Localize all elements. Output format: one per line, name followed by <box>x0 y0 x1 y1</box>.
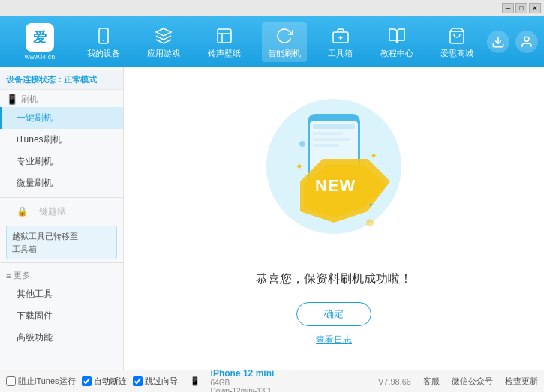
nav-icon-toolbox <box>330 25 351 46</box>
nav-icon-store <box>446 25 467 46</box>
nav-label-smart-flash: 智能刷机 <box>268 48 301 59</box>
nav-icon-smart-flash <box>274 25 295 46</box>
sidebar-item-other-tools[interactable]: 其他工具 <box>0 283 123 305</box>
nav-right <box>487 31 538 53</box>
status-label: 设备连接状态： <box>6 75 64 84</box>
svg-point-1 <box>103 40 104 41</box>
sidebar-notice: 越狱工具已转移至 工具箱 <box>6 226 117 259</box>
support-link[interactable]: 客服 <box>423 376 440 387</box>
sidebar-item-micro-flash[interactable]: 微量刷机 <box>0 172 123 194</box>
logo: 爱 www.i4.cn <box>6 23 74 61</box>
nav-label-store: 爱思商城 <box>440 48 473 59</box>
stop-itunes-checkbox[interactable] <box>6 376 16 386</box>
stop-itunes-label: 阻止iTunes运行 <box>18 376 76 387</box>
nav-item-ringtones[interactable]: 铃声壁纸 <box>202 22 247 62</box>
sidebar-item-pro-flash[interactable]: 专业刷机 <box>0 151 123 172</box>
svg-rect-16 <box>313 138 350 141</box>
minimize-btn[interactable]: ─ <box>502 3 514 13</box>
svg-rect-15 <box>313 132 343 135</box>
version-text: V7.98.66 <box>378 377 411 386</box>
confirm-label: 确定 <box>324 307 344 321</box>
svg-text:✦: ✦ <box>368 201 374 209</box>
checkbox-skip-wizard-label: 跳过向导 <box>145 376 178 387</box>
flash-section-label: 刷机 <box>21 94 38 105</box>
bottom-right: V7.98.66 客服 微信公众号 检查更新 <box>378 376 538 387</box>
sidebar-item-itunes-flash[interactable]: iTunes刷机 <box>0 129 123 151</box>
sidebar-item-advanced[interactable]: 高级功能 <box>0 327 123 349</box>
stop-itunes: 阻止iTunes运行 <box>6 376 76 387</box>
sidebar-item-jailbreak-disabled: 🔒 一键越狱 <box>0 201 123 223</box>
divider-2 <box>0 262 123 263</box>
nav-label-my-device: 我的设备 <box>87 48 120 59</box>
success-illustration: NEW ✦ ✦ ✦ <box>259 91 409 256</box>
checkbox-auto-close[interactable]: 自动断连 <box>82 376 127 387</box>
flash-section-header: 📱 刷机 <box>0 90 123 107</box>
device-model: Down-12mini-13,1 <box>211 387 275 393</box>
nav-items: 我的设备 应用游戏 铃声壁纸 智能刷机 工具箱 <box>74 22 487 62</box>
divider-1 <box>0 197 123 198</box>
device-storage: 64GB <box>211 379 275 387</box>
svg-point-10 <box>524 37 529 41</box>
nav-item-store[interactable]: 爱思商城 <box>434 22 479 62</box>
nav-icon-app-games <box>153 25 174 46</box>
nav-bar: 爱 www.i4.cn 我的设备 应用游戏 铃声壁纸 智能刷机 <box>0 16 544 67</box>
bottom-bar: 阻止iTunes运行 自动断连 跳过向导 📱 iPhone 12 mini 64… <box>0 370 544 392</box>
lock-icon: 🔒 <box>17 206 28 217</box>
svg-point-25 <box>299 141 305 147</box>
logo-sub: www.i4.cn <box>25 53 56 61</box>
logo-text: 爱 <box>33 28 47 46</box>
nav-icon-ringtones <box>214 25 235 46</box>
nav-item-tutorial[interactable]: 教程中心 <box>374 22 419 62</box>
title-bar: ─ □ ✕ <box>0 0 544 16</box>
nav-icon-my-device <box>93 25 114 46</box>
svg-text:NEW: NEW <box>315 176 356 195</box>
download-btn[interactable] <box>487 31 509 53</box>
nav-item-smart-flash[interactable]: 智能刷机 <box>262 22 307 62</box>
checkbox-skip-wizard[interactable]: 跳过向导 <box>133 376 178 387</box>
device-info: iPhone 12 mini 64GB Down-12mini-13,1 <box>211 368 275 393</box>
success-text: 恭喜您，保资料刷机成功啦！ <box>256 271 412 287</box>
svg-text:✦: ✦ <box>295 160 304 172</box>
flash-section-icon: 📱 <box>6 94 18 105</box>
jailbreak-label: 一键越狱 <box>30 206 66 217</box>
svg-rect-2 <box>218 29 231 43</box>
nav-label-app-games: 应用游戏 <box>147 48 180 59</box>
maximize-btn[interactable]: □ <box>515 3 527 13</box>
more-section-header: ≡ 更多 <box>0 266 123 283</box>
content-area: NEW ✦ ✦ ✦ 恭喜您，保资料刷机成功啦！ 确定 查看日志 <box>124 67 544 370</box>
bottom-left: 阻止iTunes运行 自动断连 跳过向导 📱 iPhone 12 mini 64… <box>6 368 274 393</box>
device-info-container: 📱 iPhone 12 mini 64GB Down-12mini-13,1 <box>190 368 275 393</box>
checkbox-auto-close-label: 自动断连 <box>94 376 127 387</box>
sidebar-item-one-key-flash[interactable]: 一键刷机 <box>0 107 123 129</box>
device-icon: 📱 <box>190 376 200 386</box>
notice-text: 越狱工具已转移至 工具箱 <box>12 232 78 253</box>
nav-icon-tutorial <box>386 25 407 46</box>
check-update-link[interactable]: 检查更新 <box>505 376 538 387</box>
svg-point-26 <box>366 219 374 226</box>
svg-text:✦: ✦ <box>370 151 377 161</box>
logo-icon: 爱 <box>26 23 54 52</box>
more-section-label: 更多 <box>14 270 30 281</box>
close-btn[interactable]: ✕ <box>529 3 541 13</box>
sidebar-item-download-firmware[interactable]: 下载固件 <box>0 305 123 327</box>
status-value: 正常模式 <box>64 75 97 84</box>
confirm-button[interactable]: 确定 <box>296 302 371 326</box>
nav-label-tutorial: 教程中心 <box>380 48 413 59</box>
nav-item-app-games[interactable]: 应用游戏 <box>141 22 186 62</box>
more-section-icon: ≡ <box>6 271 11 280</box>
wechat-link[interactable]: 微信公众号 <box>452 376 493 387</box>
svg-rect-14 <box>313 124 355 129</box>
nav-item-my-device[interactable]: 我的设备 <box>81 22 126 62</box>
user-btn[interactable] <box>515 31 538 53</box>
nav-label-toolbox: 工具箱 <box>328 48 353 59</box>
sidebar: 设备连接状态：正常模式 📱 刷机 一键刷机 iTunes刷机 专业刷机 微量刷机… <box>0 67 124 370</box>
nav-label-ringtones: 铃声壁纸 <box>208 48 241 59</box>
svg-rect-17 <box>313 144 339 147</box>
nav-item-toolbox[interactable]: 工具箱 <box>322 22 359 62</box>
main-area: 设备连接状态：正常模式 📱 刷机 一键刷机 iTunes刷机 专业刷机 微量刷机… <box>0 67 544 370</box>
register-link[interactable]: 查看日志 <box>316 334 352 346</box>
status-bar: 设备连接状态：正常模式 <box>0 70 123 90</box>
